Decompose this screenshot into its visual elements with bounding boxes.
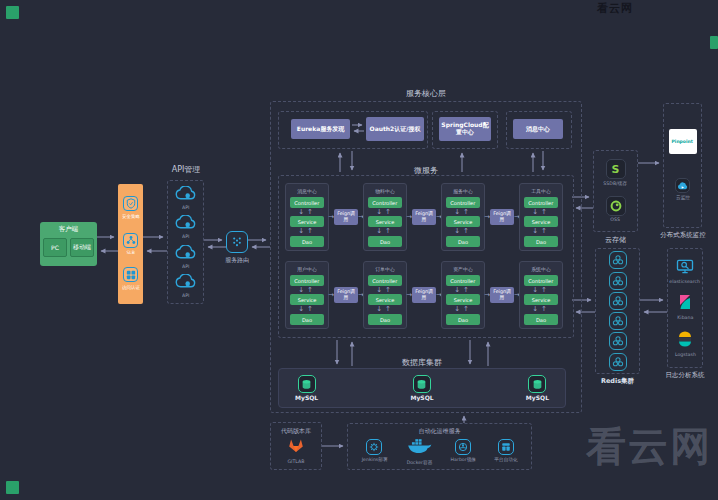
service-box: Service xyxy=(524,294,558,305)
microservice-cell: 物料中心 Controller ↓↑ Service ↓↑ Dao → Feig… xyxy=(363,183,441,251)
dao-box: Dao xyxy=(368,236,402,247)
cloud-monitor-icon xyxy=(675,178,690,193)
dao-box: Dao xyxy=(290,236,324,247)
microservice-title: 系统中心 xyxy=(531,266,551,273)
client-node: PC xyxy=(43,238,67,257)
ssdb-icon: S xyxy=(606,159,626,179)
microservice-column: 服务中心 Controller ↓↑ Service ↓↑ Dao xyxy=(441,183,485,251)
feign-connector: → Feign调用 → xyxy=(485,209,519,225)
microservice-column: 资产中心 Controller ↓↑ Service ↓↑ Dao xyxy=(441,261,485,329)
eureka-node: Eureka服务发现 xyxy=(291,119,350,139)
microservice-cell: 消息中心 Controller ↓↑ Service ↓↑ Dao → Feig… xyxy=(285,183,363,251)
mysql-item: MySQL xyxy=(410,375,433,401)
elasticsearch-item: elasticsearch xyxy=(665,259,704,285)
service-box: Service xyxy=(368,294,402,305)
microservice-column: 订单中心 Controller ↓↑ Service ↓↑ Dao xyxy=(363,261,407,329)
api-management-title: API管理 xyxy=(150,164,222,175)
service-box: Service xyxy=(368,216,402,227)
up-down-arrows: ↓↑ xyxy=(298,209,316,216)
feign-call-box: Feign调用 xyxy=(334,287,358,303)
api-item: API xyxy=(175,214,196,240)
watermark-bottom-right: 看云网 xyxy=(586,426,712,466)
client-box: 客户端 PC移动端 xyxy=(40,222,97,266)
cloud-monitor-item: 云监控 xyxy=(674,178,692,202)
up-down-arrows: ↓↑ xyxy=(298,306,316,313)
microservice-title: 资产中心 xyxy=(453,266,473,273)
service-router-icon xyxy=(226,231,248,253)
up-down-arrows: ↓↑ xyxy=(454,228,472,235)
client-node: 移动端 xyxy=(70,238,94,257)
slb-nodes-icon xyxy=(123,233,138,248)
dao-box: Dao xyxy=(446,236,480,247)
pinpoint-logo: Pinpoint xyxy=(669,129,697,154)
cloud-api-icon xyxy=(175,244,196,263)
shield-icon xyxy=(123,196,138,211)
redis-icon xyxy=(609,251,627,269)
microservice-cell: 服务中心 Controller ↓↑ Service ↓↑ Dao → Feig… xyxy=(441,183,519,251)
controller-box: Controller xyxy=(368,197,402,208)
monitor-label: 分布式系统监控 xyxy=(655,231,711,240)
controller-box: Controller xyxy=(290,275,324,286)
microservice-column: 工具中心 Controller ↓↑ Service ↓↑ Dao xyxy=(519,183,563,251)
client-title: 客户端 xyxy=(59,225,79,234)
up-down-arrows: ↓↑ xyxy=(532,287,550,294)
database-cluster-title: 数据库集群 xyxy=(278,357,566,368)
microservice-cell: 系统中心 Controller ↓↑ Service ↓↑ Dao → Feig… xyxy=(519,261,563,329)
microservice-title: 服务中心 xyxy=(453,188,473,195)
message-center-node: 消息中心 xyxy=(513,119,563,139)
ops-services-box: 自动化运维服务 Jenkins部署 Docker容器 Harbor镜像 平台自动… xyxy=(347,423,532,470)
mysql-icon xyxy=(528,375,546,393)
platform-item: 平台自动化 xyxy=(491,439,521,464)
dao-box: Dao xyxy=(524,314,558,325)
api-item: API xyxy=(175,273,196,299)
cloud-storage-label: 云存储 xyxy=(593,235,638,245)
microservice-cell: 用户中心 Controller ↓↑ Service ↓↑ Dao → Feig… xyxy=(285,261,363,329)
up-down-arrows: ↓↑ xyxy=(298,287,316,294)
redis-icon xyxy=(609,332,627,350)
monitor-box: Pinpoint 云监控 xyxy=(663,103,702,228)
up-down-arrows: ↓↑ xyxy=(376,306,394,313)
redis-cluster-box xyxy=(595,248,640,374)
up-down-arrows: ↓↑ xyxy=(532,209,550,216)
database-cluster-box: MySQL MySQL MySQL xyxy=(278,368,566,408)
kibana-icon xyxy=(678,294,692,314)
up-down-arrows: ↓↑ xyxy=(376,228,394,235)
logstash-icon xyxy=(678,331,692,351)
microservice-title: 物料中心 xyxy=(375,188,395,195)
up-down-arrows: ↓↑ xyxy=(454,287,472,294)
oauth2-node: Oauth2认证/授权 xyxy=(366,117,424,141)
log-analysis-label: 日志分析系统 xyxy=(657,371,713,380)
service-box: Service xyxy=(290,294,324,305)
gitlab-label: GITLAB xyxy=(287,459,304,464)
slb-item: SLB xyxy=(123,233,138,256)
jenkins-icon xyxy=(366,439,382,455)
microservice-column: 系统中心 Controller ↓↑ Service ↓↑ Dao xyxy=(519,261,563,329)
mysql-icon xyxy=(298,375,316,393)
feign-connector: → Feign调用 → xyxy=(485,287,519,303)
microservice-title: 消息中心 xyxy=(297,188,317,195)
api-management-box: API API API API xyxy=(167,180,204,304)
up-down-arrows: ↓↑ xyxy=(454,209,472,216)
microservice-title: 工具中心 xyxy=(531,188,551,195)
redis-icon xyxy=(609,292,627,310)
docker-item: Docker容器 xyxy=(403,437,436,467)
jenkins-item: Jenkins部署 xyxy=(358,439,391,464)
feign-call-box: Feign调用 xyxy=(412,209,436,225)
up-down-arrows: ↓↑ xyxy=(376,287,394,294)
harbor-icon xyxy=(455,439,471,455)
up-down-arrows: ↓↑ xyxy=(376,209,394,216)
mysql-item: MySQL xyxy=(295,375,318,401)
microservice-cell: 订单中心 Controller ↓↑ Service ↓↑ Dao → Feig… xyxy=(363,261,441,329)
access-auth-item: 访问认证 xyxy=(119,267,143,292)
redis-icon xyxy=(609,272,627,290)
feign-connector: → Feign调用 → xyxy=(407,287,441,303)
corner-marker-bottom-left xyxy=(6,481,19,494)
security-gateway-bar: 安全策略 SLB 访问认证 xyxy=(118,184,143,304)
feign-connector: → Feign调用 → xyxy=(407,209,441,225)
controller-box: Controller xyxy=(368,275,402,286)
controller-box: Controller xyxy=(524,275,558,286)
microservice-title: 用户中心 xyxy=(297,266,317,273)
controller-box: Controller xyxy=(290,197,324,208)
service-box: Service xyxy=(446,294,480,305)
security-policy-item: 安全策略 xyxy=(119,196,143,221)
